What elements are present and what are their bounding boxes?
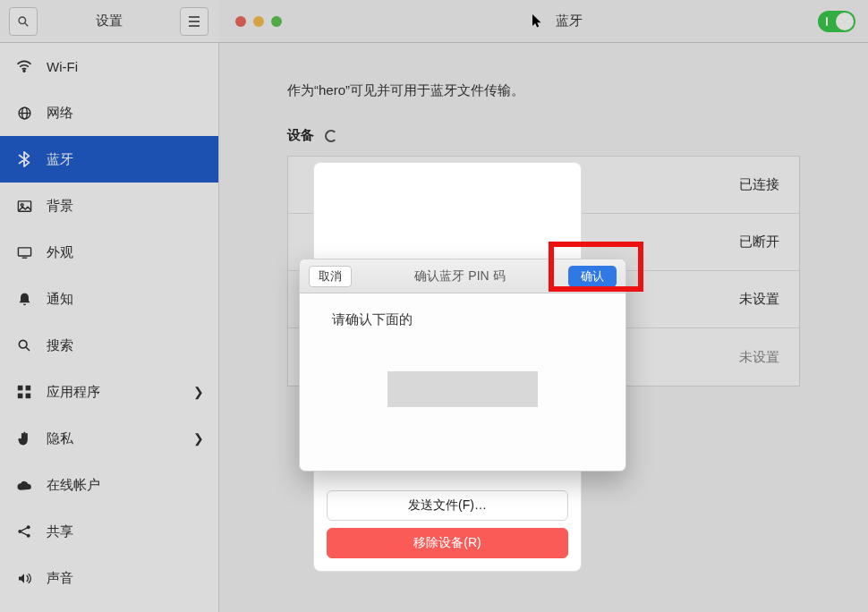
- chevron-right-icon: ❯: [193, 385, 204, 399]
- minimize-window-button[interactable]: [253, 16, 264, 27]
- sidebar-item-label: 共享: [47, 523, 73, 540]
- svg-rect-16: [26, 386, 31, 391]
- sidebar-item-label: 网络: [47, 105, 73, 122]
- sidebar-item-label: 外观: [47, 244, 73, 261]
- send-file-button[interactable]: 发送文件(F)…: [327, 490, 568, 521]
- close-window-button[interactable]: [235, 16, 246, 27]
- cloud-icon: [16, 477, 32, 493]
- sidebar-item-applications[interactable]: 应用程序 ❯: [0, 369, 218, 415]
- chevron-right-icon: ❯: [193, 431, 204, 446]
- bell-icon: [16, 291, 32, 307]
- devices-heading-label: 设备: [287, 127, 314, 144]
- device-status: 未设置: [739, 291, 779, 308]
- cancel-button[interactable]: 取消: [309, 266, 352, 287]
- dialog-message: 请确认下面的: [332, 311, 593, 328]
- svg-point-10: [21, 203, 23, 206]
- device-status: 已连接: [739, 176, 779, 193]
- svg-rect-15: [18, 386, 23, 391]
- image-icon: [16, 198, 32, 214]
- settings-title: 设置: [38, 13, 180, 30]
- globe-icon: [16, 105, 32, 121]
- svg-rect-11: [18, 247, 30, 255]
- svg-rect-18: [26, 394, 31, 399]
- toggle-knob: [836, 13, 854, 30]
- dialog-title: 确认蓝牙 PIN 码: [352, 268, 568, 285]
- window-controls: [235, 16, 282, 27]
- annotation-highlight: [549, 242, 643, 292]
- settings-topbar-left: 设置: [0, 0, 219, 43]
- devices-heading: 设备: [287, 127, 337, 144]
- sidebar-item-label: 背景: [47, 198, 73, 215]
- panel-title: 蓝牙: [556, 13, 583, 30]
- visibility-text: 作为“hero”可见并可用于蓝牙文件传输。: [287, 82, 524, 99]
- device-status: 已断开: [739, 234, 779, 251]
- wifi-icon: [16, 58, 32, 74]
- search-button[interactable]: [9, 7, 38, 36]
- share-icon: [16, 523, 32, 540]
- sidebar-item-privacy[interactable]: 隐私 ❯: [0, 415, 218, 462]
- search-icon: [16, 337, 32, 353]
- bluetooth-icon: [16, 151, 32, 167]
- toggle-on-indicator: [826, 17, 828, 26]
- maximize-window-button[interactable]: [271, 16, 282, 27]
- remove-device-button[interactable]: 移除设备(R): [327, 528, 568, 558]
- svg-point-0: [19, 17, 26, 24]
- panel-topbar: 蓝牙: [219, 0, 868, 43]
- hand-icon: [16, 430, 32, 446]
- svg-line-1: [25, 22, 29, 26]
- menu-button[interactable]: [180, 7, 208, 36]
- sidebar-item-label: 隐私: [47, 430, 73, 447]
- pin-code-placeholder: [387, 371, 538, 407]
- sidebar-item-sound[interactable]: 声音: [0, 555, 218, 601]
- svg-point-5: [23, 70, 25, 72]
- sidebar-item-bluetooth[interactable]: 蓝牙: [0, 136, 218, 183]
- sidebar-item-sharing[interactable]: 共享: [0, 508, 218, 555]
- sidebar-item-label: 蓝牙: [47, 151, 73, 168]
- apps-icon: [16, 384, 32, 400]
- sidebar-item-online-accounts[interactable]: 在线帐户: [0, 462, 218, 508]
- speaker-icon: [16, 570, 32, 586]
- sidebar-item-label: 声音: [47, 570, 73, 587]
- search-icon: [17, 15, 30, 28]
- bluetooth-master-toggle[interactable]: [818, 11, 855, 32]
- sidebar-item-background[interactable]: 背景: [0, 183, 218, 229]
- hamburger-icon: [188, 16, 200, 27]
- sidebar-item-search[interactable]: 搜索: [0, 322, 218, 369]
- svg-rect-17: [18, 394, 23, 399]
- sidebar-item-network[interactable]: 网络: [0, 89, 218, 136]
- loading-spinner-icon: [325, 130, 337, 142]
- svg-line-14: [26, 347, 30, 351]
- cursor-icon: [532, 14, 543, 29]
- sidebar-item-appearance[interactable]: 外观: [0, 229, 218, 276]
- sidebar-item-label: 通知: [47, 291, 73, 308]
- sidebar-item-label: 在线帐户: [47, 477, 100, 494]
- sidebar-item-label: Wi-Fi: [47, 59, 78, 74]
- device-status: 未设置: [739, 349, 779, 366]
- settings-sidebar: Wi-Fi 网络 蓝牙 背景 外观 通知 搜索 应用程序 ❯ 隐私 ❯ 在线帐户…: [0, 43, 219, 612]
- sidebar-item-label: 应用程序: [47, 384, 100, 401]
- sidebar-item-wifi[interactable]: Wi-Fi: [0, 43, 218, 89]
- sidebar-item-label: 搜索: [47, 337, 73, 354]
- svg-point-13: [19, 340, 27, 348]
- display-icon: [16, 244, 32, 260]
- sidebar-item-notifications[interactable]: 通知: [0, 276, 218, 322]
